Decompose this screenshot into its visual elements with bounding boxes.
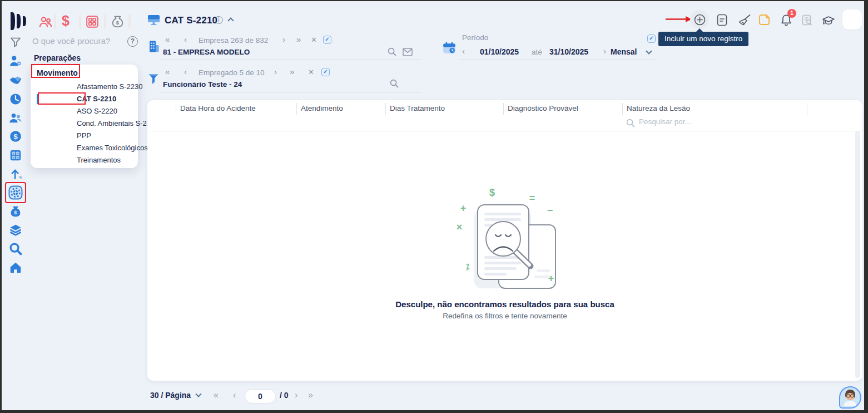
audit-search-icon[interactable] [802, 14, 813, 26]
filter-icon[interactable] [10, 37, 21, 47]
period-checkbox[interactable]: ✓ [647, 35, 656, 43]
svg-text:−: − [547, 205, 553, 216]
company-prev-button[interactable]: ‹ [184, 36, 187, 43]
add-record-tooltip: Incluir um novo registro [658, 32, 748, 46]
empty-state-title: Desculpe, não encontramos resultados par… [338, 299, 672, 309]
sidebar-item-home-icon[interactable] [9, 260, 22, 274]
pagination-next-button[interactable]: › [295, 390, 297, 400]
employee-name: Funcionário Teste - 24 [163, 80, 242, 88]
sidebar-item-clock-icon[interactable] [9, 92, 22, 106]
company-checkbox[interactable]: ✓ [323, 36, 331, 44]
employee-clear-button[interactable]: ✕ [308, 68, 314, 76]
svg-text:%: % [19, 175, 22, 180]
assistant-avatar[interactable] [839, 386, 861, 409]
add-record-icon[interactable] [694, 14, 706, 26]
menu-item[interactable]: PPP [77, 131, 91, 140]
pagination-first-button[interactable]: « [214, 390, 219, 400]
company-last-button[interactable]: » [296, 36, 301, 43]
sidebar-item-user-settings-icon[interactable] [9, 55, 22, 68]
divider [160, 92, 421, 92]
company-first-button[interactable]: « [165, 36, 170, 43]
menu-item[interactable]: ASO S-2220 [77, 107, 117, 115]
svg-text:$: $ [13, 132, 18, 141]
company-search-icon[interactable] [388, 47, 396, 56]
academy-graduation-icon[interactable] [822, 14, 835, 27]
grid-search-input[interactable] [639, 117, 745, 126]
sidebar-item-layers-icon[interactable] [9, 223, 22, 237]
sidebar-item-integrations-gear-icon[interactable] [8, 185, 23, 200]
employee-checkbox[interactable]: ✓ [321, 68, 330, 76]
sidebar-item-arrow-up-icon[interactable]: % [9, 167, 22, 180]
screen-icon [147, 14, 160, 26]
finance-dollar-icon[interactable]: $ [62, 13, 70, 29]
current-page-input[interactable] [245, 389, 276, 404]
employee-prev-button[interactable]: ‹ [184, 68, 187, 76]
svg-text:=: = [529, 193, 535, 204]
grid-search-icon [626, 119, 635, 127]
svg-text:⁒: ⁒ [466, 262, 470, 271]
menu-item[interactable]: Exames Toxicológicos [77, 144, 148, 152]
period-prev-button[interactable]: ‹ [462, 47, 465, 55]
employee-first-button[interactable]: « [165, 68, 170, 76]
menu-item[interactable]: Afastamento S-2230 [77, 82, 143, 91]
sidebar-item-handshake-icon[interactable] [9, 73, 22, 87]
payroll-calculator-icon[interactable] [86, 15, 99, 28]
company-icon [148, 40, 160, 53]
hr-people-icon[interactable] [38, 15, 53, 28]
company-envelope-icon[interactable] [403, 48, 413, 56]
menu-item[interactable]: Cond. Ambientais S-2240 [77, 119, 158, 127]
sidebar-item-calculator-icon[interactable]: +−×= [9, 149, 22, 162]
active-item-indicator [37, 94, 38, 104]
employee-position-label: Empregado 5 de 10 [199, 68, 265, 77]
info-icon[interactable]: ⓘ [215, 15, 223, 26]
app-logo-icon [9, 11, 28, 31]
user-avatar-placeholder[interactable] [842, 9, 862, 30]
period-start-date[interactable]: 01/10/2025 [480, 47, 519, 56]
svg-text:×: × [457, 222, 463, 233]
page-size-chevron-icon[interactable] [195, 391, 201, 397]
column-divider [296, 103, 297, 115]
page-size-select[interactable]: 30 / Página [150, 391, 191, 400]
column-divider [807, 103, 807, 115]
employee-next-button[interactable]: › [274, 68, 277, 76]
employee-search-icon[interactable] [390, 79, 399, 88]
employee-last-button[interactable]: » [290, 68, 294, 76]
column-divider [622, 103, 623, 115]
company-clear-button[interactable]: ✕ [311, 36, 317, 44]
period-calendar-icon [443, 41, 457, 55]
period-end-date[interactable]: 31/10/2025 [549, 47, 588, 56]
svg-text:$: $ [489, 187, 495, 198]
report-file-icon[interactable] [717, 14, 727, 26]
period-mode-chevron-icon[interactable] [646, 48, 652, 54]
money-bag-icon[interactable]: $ [111, 14, 125, 29]
employee-filter-icon [148, 73, 159, 85]
empty-state-subtitle: Redefina os filtros e tente novamente [338, 312, 672, 320]
pagination-last-button[interactable]: » [308, 390, 313, 400]
flyout-menu: Movimento Afastamento S-2230 CAT S-2210 … [31, 65, 138, 168]
period-mode-select[interactable]: Mensal [611, 47, 637, 56]
svg-text:×: × [13, 155, 15, 159]
divider [459, 60, 655, 60]
column-divider [503, 103, 504, 115]
help-icon[interactable]: ? [127, 36, 138, 47]
svg-text:$: $ [116, 19, 120, 26]
sidebar-item-dollar-icon[interactable]: $ [9, 130, 22, 143]
notes-icon[interactable] [758, 14, 770, 26]
grid-scrollbar[interactable] [855, 131, 860, 378]
period-next-button[interactable]: › [603, 47, 606, 55]
clean-broom-icon[interactable] [738, 14, 751, 26]
company-next-button[interactable]: › [282, 36, 285, 43]
sidebar-item-users-icon[interactable] [9, 111, 22, 125]
collapse-chevron-icon[interactable] [227, 17, 234, 23]
period-until-label: até [532, 48, 542, 56]
sidebar-item-money-bag-icon[interactable]: $ [9, 205, 22, 218]
column-divider [176, 103, 176, 115]
sidebar-item-search-icon[interactable] [9, 242, 22, 255]
sidebar-search-input[interactable] [32, 36, 121, 46]
records-grid: Data Hora do Acidente Atendimento Dias T… [147, 100, 862, 381]
company-name: 81 - EMPRESA MODELO [163, 48, 250, 56]
pagination-prev-button[interactable]: ‹ [233, 390, 236, 400]
column-header: Data Hora do Acidente [180, 104, 256, 112]
menu-item-active[interactable]: CAT S-2210 [77, 95, 116, 103]
menu-item[interactable]: Treinamentos [77, 156, 121, 164]
